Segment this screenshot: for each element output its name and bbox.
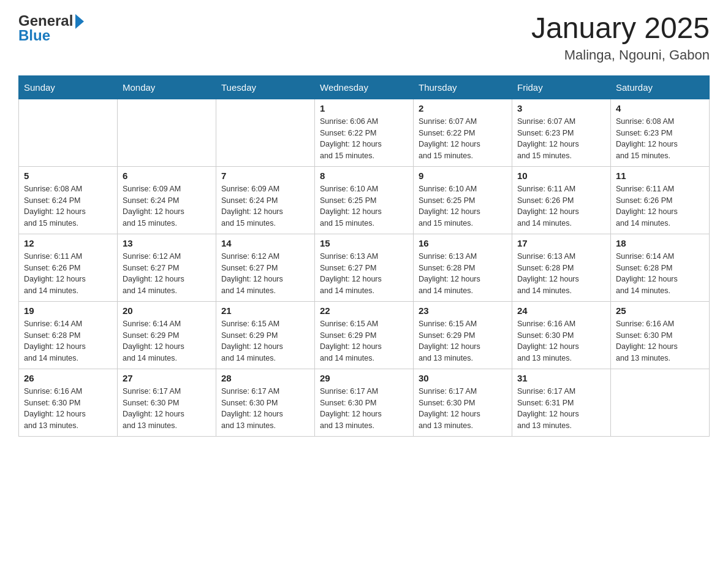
day-cell <box>118 99 216 166</box>
header-cell-tuesday: Tuesday <box>216 75 315 99</box>
day-number: 31 <box>517 373 605 383</box>
day-number: 3 <box>517 103 605 113</box>
day-info: Sunrise: 6:11 AMSunset: 6:26 PMDaylight:… <box>616 183 704 229</box>
day-cell: 30Sunrise: 6:17 AMSunset: 6:30 PMDayligh… <box>414 369 512 436</box>
day-cell: 1Sunrise: 6:06 AMSunset: 6:22 PMDaylight… <box>315 99 414 166</box>
day-info: Sunrise: 6:07 AMSunset: 6:22 PMDaylight:… <box>419 116 507 162</box>
day-cell: 21Sunrise: 6:15 AMSunset: 6:29 PMDayligh… <box>216 301 315 369</box>
day-cell <box>216 99 315 166</box>
day-number: 5 <box>24 170 112 181</box>
calendar-title: January 2025 <box>531 12 710 45</box>
day-cell: 12Sunrise: 6:11 AMSunset: 6:26 PMDayligh… <box>19 234 118 301</box>
week-row-2: 5Sunrise: 6:08 AMSunset: 6:24 PMDaylight… <box>19 166 710 234</box>
day-number: 24 <box>517 305 605 316</box>
day-cell: 6Sunrise: 6:09 AMSunset: 6:24 PMDaylight… <box>118 166 216 234</box>
day-cell: 16Sunrise: 6:13 AMSunset: 6:28 PMDayligh… <box>414 234 512 301</box>
day-number: 26 <box>24 373 112 383</box>
day-cell: 15Sunrise: 6:13 AMSunset: 6:27 PMDayligh… <box>315 234 414 301</box>
day-number: 16 <box>419 238 507 248</box>
week-row-3: 12Sunrise: 6:11 AMSunset: 6:26 PMDayligh… <box>19 234 710 301</box>
day-info: Sunrise: 6:16 AMSunset: 6:30 PMDaylight:… <box>616 318 704 364</box>
day-info: Sunrise: 6:13 AMSunset: 6:27 PMDaylight:… <box>320 251 408 297</box>
day-info: Sunrise: 6:10 AMSunset: 6:25 PMDaylight:… <box>320 183 408 229</box>
day-cell: 20Sunrise: 6:14 AMSunset: 6:29 PMDayligh… <box>118 301 216 369</box>
day-cell: 2Sunrise: 6:07 AMSunset: 6:22 PMDaylight… <box>414 99 512 166</box>
week-row-1: 1Sunrise: 6:06 AMSunset: 6:22 PMDaylight… <box>19 99 710 166</box>
day-number: 14 <box>221 238 309 248</box>
day-cell: 25Sunrise: 6:16 AMSunset: 6:30 PMDayligh… <box>611 301 710 369</box>
day-cell: 7Sunrise: 6:09 AMSunset: 6:24 PMDaylight… <box>216 166 315 234</box>
week-row-4: 19Sunrise: 6:14 AMSunset: 6:28 PMDayligh… <box>19 301 710 369</box>
day-info: Sunrise: 6:14 AMSunset: 6:29 PMDaylight:… <box>123 318 211 364</box>
day-info: Sunrise: 6:12 AMSunset: 6:27 PMDaylight:… <box>221 251 309 297</box>
day-info: Sunrise: 6:09 AMSunset: 6:24 PMDaylight:… <box>221 183 309 229</box>
day-number: 30 <box>419 373 507 383</box>
header-cell-sunday: Sunday <box>19 75 118 99</box>
logo-blue-text: Blue <box>18 27 84 44</box>
day-number: 22 <box>320 305 408 316</box>
day-number: 25 <box>616 305 704 316</box>
day-info: Sunrise: 6:12 AMSunset: 6:27 PMDaylight:… <box>123 251 211 297</box>
day-cell: 19Sunrise: 6:14 AMSunset: 6:28 PMDayligh… <box>19 301 118 369</box>
day-cell: 28Sunrise: 6:17 AMSunset: 6:30 PMDayligh… <box>216 369 315 436</box>
day-info: Sunrise: 6:07 AMSunset: 6:23 PMDaylight:… <box>517 116 605 162</box>
day-cell: 27Sunrise: 6:17 AMSunset: 6:30 PMDayligh… <box>118 369 216 436</box>
header-row: SundayMondayTuesdayWednesdayThursdayFrid… <box>19 75 710 99</box>
week-row-5: 26Sunrise: 6:16 AMSunset: 6:30 PMDayligh… <box>19 369 710 436</box>
day-cell <box>611 369 710 436</box>
day-number: 7 <box>221 170 309 181</box>
day-cell: 5Sunrise: 6:08 AMSunset: 6:24 PMDaylight… <box>19 166 118 234</box>
day-number: 13 <box>123 238 211 248</box>
logo: General Blue <box>18 12 84 44</box>
day-info: Sunrise: 6:17 AMSunset: 6:31 PMDaylight:… <box>517 386 605 432</box>
day-info: Sunrise: 6:13 AMSunset: 6:28 PMDaylight:… <box>517 251 605 297</box>
day-number: 12 <box>24 238 112 248</box>
day-info: Sunrise: 6:10 AMSunset: 6:25 PMDaylight:… <box>419 183 507 229</box>
day-number: 9 <box>419 170 507 181</box>
day-number: 21 <box>221 305 309 316</box>
header-cell-friday: Friday <box>512 75 611 99</box>
day-number: 23 <box>419 305 507 316</box>
day-info: Sunrise: 6:17 AMSunset: 6:30 PMDaylight:… <box>320 386 408 432</box>
day-cell: 31Sunrise: 6:17 AMSunset: 6:31 PMDayligh… <box>512 369 611 436</box>
day-number: 29 <box>320 373 408 383</box>
day-info: Sunrise: 6:06 AMSunset: 6:22 PMDaylight:… <box>320 116 408 162</box>
day-number: 19 <box>24 305 112 316</box>
day-cell: 18Sunrise: 6:14 AMSunset: 6:28 PMDayligh… <box>611 234 710 301</box>
day-number: 10 <box>517 170 605 181</box>
day-info: Sunrise: 6:15 AMSunset: 6:29 PMDaylight:… <box>320 318 408 364</box>
day-info: Sunrise: 6:15 AMSunset: 6:29 PMDaylight:… <box>419 318 507 364</box>
header-cell-wednesday: Wednesday <box>315 75 414 99</box>
day-cell: 17Sunrise: 6:13 AMSunset: 6:28 PMDayligh… <box>512 234 611 301</box>
day-number: 11 <box>616 170 704 181</box>
calendar-table: SundayMondayTuesdayWednesdayThursdayFrid… <box>18 75 710 437</box>
day-cell: 14Sunrise: 6:12 AMSunset: 6:27 PMDayligh… <box>216 234 315 301</box>
day-cell: 4Sunrise: 6:08 AMSunset: 6:23 PMDaylight… <box>611 99 710 166</box>
calendar-header: SundayMondayTuesdayWednesdayThursdayFrid… <box>19 75 710 99</box>
page-header: General Blue January 2025 Malinga, Ngoun… <box>18 12 710 63</box>
header-cell-monday: Monday <box>118 75 216 99</box>
day-info: Sunrise: 6:11 AMSunset: 6:26 PMDaylight:… <box>517 183 605 229</box>
day-info: Sunrise: 6:08 AMSunset: 6:24 PMDaylight:… <box>24 183 112 229</box>
day-number: 20 <box>123 305 211 316</box>
day-info: Sunrise: 6:08 AMSunset: 6:23 PMDaylight:… <box>616 116 704 162</box>
day-cell: 29Sunrise: 6:17 AMSunset: 6:30 PMDayligh… <box>315 369 414 436</box>
day-cell: 26Sunrise: 6:16 AMSunset: 6:30 PMDayligh… <box>19 369 118 436</box>
day-info: Sunrise: 6:14 AMSunset: 6:28 PMDaylight:… <box>24 318 112 364</box>
day-cell: 22Sunrise: 6:15 AMSunset: 6:29 PMDayligh… <box>315 301 414 369</box>
day-cell: 24Sunrise: 6:16 AMSunset: 6:30 PMDayligh… <box>512 301 611 369</box>
day-number: 1 <box>320 103 408 113</box>
day-info: Sunrise: 6:17 AMSunset: 6:30 PMDaylight:… <box>221 386 309 432</box>
day-cell: 13Sunrise: 6:12 AMSunset: 6:27 PMDayligh… <box>118 234 216 301</box>
day-cell: 23Sunrise: 6:15 AMSunset: 6:29 PMDayligh… <box>414 301 512 369</box>
day-number: 17 <box>517 238 605 248</box>
day-number: 8 <box>320 170 408 181</box>
day-cell: 9Sunrise: 6:10 AMSunset: 6:25 PMDaylight… <box>414 166 512 234</box>
day-info: Sunrise: 6:14 AMSunset: 6:28 PMDaylight:… <box>616 251 704 297</box>
day-info: Sunrise: 6:16 AMSunset: 6:30 PMDaylight:… <box>517 318 605 364</box>
day-number: 6 <box>123 170 211 181</box>
calendar-body: 1Sunrise: 6:06 AMSunset: 6:22 PMDaylight… <box>19 99 710 436</box>
day-number: 18 <box>616 238 704 248</box>
day-cell: 3Sunrise: 6:07 AMSunset: 6:23 PMDaylight… <box>512 99 611 166</box>
day-number: 27 <box>123 373 211 383</box>
